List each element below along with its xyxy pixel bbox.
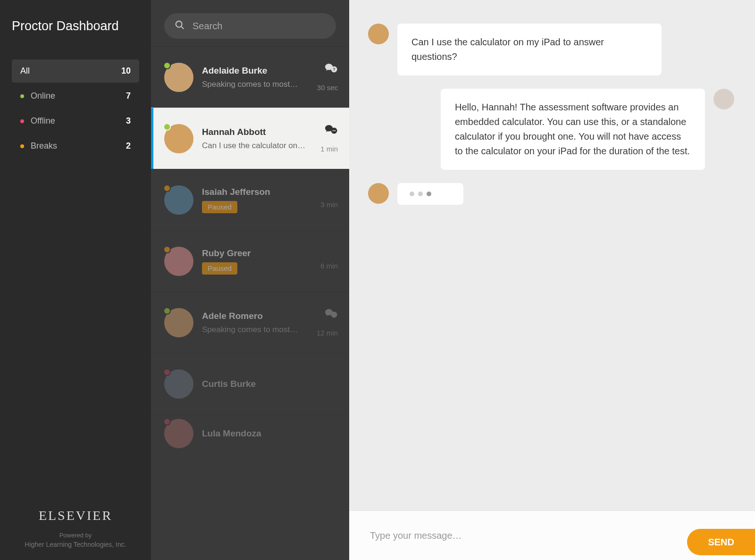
student-list-panel: Adelaide Burke Speaking comes to most… ?…	[151, 0, 349, 560]
filter-count: 10	[121, 66, 131, 76]
svg-point-5	[332, 130, 333, 131]
student-preview: Can I use the calculator on…	[202, 141, 320, 150]
avatar	[713, 89, 734, 109]
status-indicator	[163, 246, 171, 253]
filter-label: Breaks	[31, 141, 126, 151]
paused-badge: Paused	[202, 262, 237, 275]
student-time: 30 sec	[317, 84, 338, 92]
student-info: Adelaide Burke Speaking comes to most…	[202, 66, 317, 89]
svg-line-1	[181, 26, 184, 29]
chat-question-icon: ?	[325, 63, 338, 74]
student-info: Hannah Abbott Can I use the calculator o…	[202, 127, 320, 150]
svg-point-7	[335, 130, 336, 131]
filter-online[interactable]: Online 7	[12, 84, 139, 108]
student-time: 6 min	[320, 262, 338, 270]
student-meta: ? 30 sec	[317, 63, 338, 92]
avatar	[164, 124, 193, 153]
student-row[interactable]: Adele Romero Speaking comes to most… 12 …	[151, 292, 349, 353]
svg-point-8	[331, 312, 337, 318]
filter-label: Offline	[31, 116, 126, 126]
avatar	[368, 183, 389, 204]
filter-count: 3	[126, 116, 131, 126]
brand-logo: ELSEVIER	[12, 508, 139, 523]
search-wrap	[151, 0, 349, 46]
status-indicator	[163, 368, 171, 376]
avatar	[164, 185, 193, 215]
student-info: Isaiah Jefferson Paused	[202, 187, 320, 213]
status-indicator	[163, 123, 171, 131]
filter-breaks[interactable]: Breaks 2	[12, 134, 139, 158]
status-indicator	[163, 62, 171, 69]
student-name: Hannah Abbott	[202, 127, 320, 137]
filter-count: 7	[126, 91, 131, 101]
sidebar: Proctor Dashboard All 10 Online 7 Offlin…	[0, 0, 151, 560]
student-time: 1 min	[320, 145, 338, 153]
message-row-student: Can I use the calculator on my iPad to a…	[368, 24, 734, 75]
student-name: Ruby Greer	[202, 248, 320, 259]
filter-count: 2	[126, 141, 131, 151]
student-info: Ruby Greer Paused	[202, 248, 320, 275]
powered-label: Powered by	[12, 532, 139, 539]
svg-text:?: ?	[333, 67, 336, 72]
student-preview: Speaking comes to most…	[202, 80, 317, 89]
avatar	[368, 24, 389, 44]
filter-offline[interactable]: Offline 3	[12, 109, 139, 133]
chat-messages: Can I use the calculator on my iPad to a…	[349, 0, 755, 510]
message-row-proctor: Hello, Hannah! The assessment software p…	[368, 89, 734, 170]
typing-dots-icon	[410, 192, 451, 196]
status-dot-online	[20, 94, 24, 98]
student-time: 3 min	[320, 201, 338, 209]
svg-point-6	[334, 130, 335, 131]
student-row[interactable]: Adelaide Burke Speaking comes to most… ?…	[151, 46, 349, 108]
student-name: Lula Mendoza	[202, 428, 338, 439]
student-time: 12 min	[317, 329, 338, 337]
message-row-typing	[368, 183, 734, 205]
student-meta: 12 min	[317, 308, 338, 337]
filter-list: All 10 Online 7 Offline 3 Breaks 2	[12, 59, 139, 508]
avatar	[164, 308, 193, 337]
chat-active-icon	[325, 124, 338, 135]
student-name: Adelaide Burke	[202, 66, 317, 76]
filter-label: All	[20, 66, 121, 76]
sidebar-footer: ELSEVIER Powered by Higher Learning Tech…	[12, 508, 139, 548]
student-info: Curtis Burke	[202, 379, 338, 389]
chat-panel: Can I use the calculator on my iPad to a…	[349, 0, 755, 560]
search-bar[interactable]	[164, 13, 336, 39]
chat-muted-icon	[325, 308, 338, 319]
chat-input-bar: SEND	[349, 510, 755, 560]
avatar	[164, 419, 193, 448]
filter-label: Online	[31, 91, 126, 101]
student-meta: 1 min	[320, 124, 338, 153]
student-meta: 3 min	[320, 191, 338, 209]
status-indicator	[163, 307, 171, 315]
status-indicator	[163, 184, 171, 192]
student-row[interactable]: Lula Mendoza	[151, 414, 349, 452]
send-button[interactable]: SEND	[687, 529, 755, 555]
svg-point-0	[176, 21, 182, 27]
status-dot-offline	[20, 119, 24, 123]
status-dot-break	[20, 144, 24, 148]
student-name: Curtis Burke	[202, 379, 338, 389]
student-name: Adele Romero	[202, 311, 317, 321]
avatar	[164, 369, 193, 399]
status-indicator	[163, 418, 171, 426]
page-title: Proctor Dashboard	[12, 19, 139, 33]
search-input[interactable]	[193, 21, 326, 32]
student-name: Isaiah Jefferson	[202, 187, 320, 197]
paused-badge: Paused	[202, 201, 237, 213]
student-row[interactable]: Isaiah Jefferson Paused 3 min	[151, 169, 349, 230]
student-row[interactable]: Ruby Greer Paused 6 min	[151, 230, 349, 292]
avatar	[164, 247, 193, 276]
message-bubble: Hello, Hannah! The assessment software p…	[441, 89, 705, 170]
student-info: Lula Mendoza	[202, 428, 338, 439]
typing-indicator	[397, 183, 463, 205]
message-input[interactable]	[370, 530, 687, 541]
student-meta: 6 min	[320, 252, 338, 270]
student-row[interactable]: Hannah Abbott Can I use the calculator o…	[151, 108, 349, 169]
search-icon	[175, 20, 193, 32]
message-bubble: Can I use the calculator on my iPad to a…	[397, 24, 662, 75]
student-info: Adele Romero Speaking comes to most…	[202, 311, 317, 334]
company-label: Higher Learning Technologies, Inc.	[12, 541, 139, 548]
student-row[interactable]: Curtis Burke	[151, 353, 349, 414]
filter-all[interactable]: All 10	[12, 59, 139, 83]
